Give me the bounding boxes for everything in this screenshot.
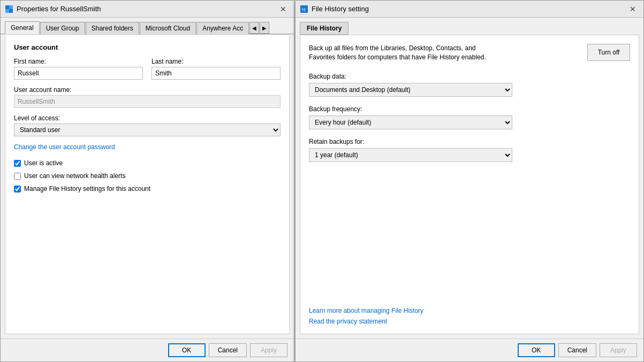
last-name-col: Last name: [151,58,281,80]
privacy-link[interactable]: Read the privacy statement [309,318,630,325]
properties-cancel-button[interactable]: Cancel [209,343,247,357]
properties-apply-button[interactable]: Apply [250,343,287,357]
fh-intro-row: Back up all files from the Libraries, De… [309,44,630,62]
section-user-account: User account [14,43,281,51]
retain-label: Retain backups for: [309,138,630,145]
fh-tab-bar: File History [296,18,643,35]
backup-data-select[interactable]: Documents and Desktop (default) Librarie… [309,83,512,97]
name-row: First name: Last name: [14,58,281,80]
tab-nav-next[interactable]: ▶ [260,22,269,34]
tab-microsoft-cloud[interactable]: Microsoft Cloud [140,22,196,34]
backup-frequency-group: Backup frequency: Every 10 minutes Every… [309,105,630,129]
backup-frequency-label: Backup frequency: [309,105,630,113]
svg-text:H: H [302,7,306,12]
fh-links: Learn more about managing File History R… [309,298,630,325]
file-history-title-icon: H [300,5,308,13]
first-name-col: First name: [14,58,143,80]
properties-footer: OK Cancel Apply [1,338,294,361]
properties-dialog: Properties for RussellSmith ✕ General Us… [0,0,294,362]
username-input [14,95,281,108]
properties-close-button[interactable]: ✕ [277,3,290,16]
checkbox-filehistory-row: Manage File History settings for this ac… [14,185,281,192]
file-history-apply-button[interactable]: Apply [600,343,637,357]
retain-group: Retain backups for: 1 month 3 months 6 m… [309,138,630,162]
backup-data-label: Backup data: [309,73,630,80]
last-name-label: Last name: [151,58,281,65]
file-history-content: Back up all files from the Libraries, De… [300,35,639,334]
file-history-close-button[interactable]: ✕ [626,3,639,16]
svg-rect-1 [9,5,13,9]
first-name-label: First name: [14,58,143,65]
access-level-label: Level of access: [14,114,281,122]
checkbox-health-row: User can view network health alerts [14,172,281,180]
checkbox-active-label: User is active [24,159,63,167]
svg-rect-2 [5,9,9,13]
checkbox-filehistory-label: Manage File History settings for this ac… [24,185,150,192]
file-history-cancel-button[interactable]: Cancel [558,343,596,357]
change-password-link[interactable]: Change the user account password [14,143,115,151]
checkbox-filehistory[interactable] [14,186,21,192]
first-name-input[interactable] [14,67,143,80]
svg-rect-0 [5,5,9,9]
last-name-input[interactable] [151,67,281,80]
checkbox-active[interactable] [14,160,21,167]
tab-shared-folders[interactable]: Shared folders [86,22,139,34]
retain-select[interactable]: 1 month 3 months 6 months 9 months 1 yea… [309,148,512,162]
file-history-title: File History setting [312,5,626,13]
turn-off-button[interactable]: Turn off [587,44,630,61]
tab-user-group[interactable]: User Group [40,22,85,34]
properties-tab-bar: General User Group Shared folders Micros… [1,18,294,34]
file-history-ok-button[interactable]: OK [518,343,555,357]
checkbox-health-label: User can view network health alerts [24,172,125,180]
backup-data-group: Backup data: Documents and Desktop (defa… [309,73,630,97]
properties-title-icon [5,5,13,13]
checkbox-active-row: User is active [14,159,281,167]
learn-more-link[interactable]: Learn more about managing File History [309,307,630,314]
tab-nav-prev[interactable]: ◀ [249,22,259,34]
properties-form-area: User account First name: Last name: User… [5,34,290,334]
svg-rect-3 [9,9,13,13]
tab-anywhere-acc[interactable]: Anywhere Acc [196,22,249,34]
properties-ok-button[interactable]: OK [168,343,206,357]
access-level-select[interactable]: Standard user Administrator [14,124,281,136]
checkbox-health[interactable] [14,173,21,180]
file-history-footer: OK Cancel Apply [296,338,643,361]
properties-title: Properties for RussellSmith [17,5,277,13]
username-field: User account name: [14,86,281,108]
tab-general[interactable]: General [5,21,40,34]
fh-intro-text: Back up all files from the Libraries, De… [309,44,491,62]
properties-titlebar: Properties for RussellSmith ✕ [1,1,294,18]
username-label: User account name: [14,86,281,94]
file-history-dialog: H File History setting ✕ File History Ba… [295,0,644,362]
file-history-titlebar: H File History setting ✕ [296,1,643,18]
tab-file-history[interactable]: File History [300,22,348,35]
backup-frequency-select[interactable]: Every 10 minutes Every 15 minutes Every … [309,115,512,129]
access-level-field: Level of access: Standard user Administr… [14,114,281,136]
